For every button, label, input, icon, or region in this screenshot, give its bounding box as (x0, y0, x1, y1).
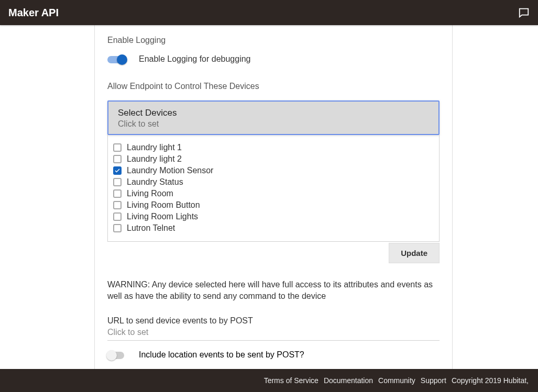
device-item[interactable]: Lutron Telnet (113, 222, 434, 234)
topbar: Maker API (0, 0, 538, 25)
footer-copyright: Copyright 2019 Hubitat, (452, 376, 529, 385)
device-item[interactable]: Laundry Status (113, 176, 434, 188)
warning-text: WARNING: Any device selected here will h… (107, 279, 440, 303)
checkbox[interactable] (113, 178, 122, 186)
checkbox[interactable] (113, 189, 122, 198)
checkbox[interactable] (113, 143, 122, 152)
device-item-label: Living Room (127, 189, 173, 198)
devices-section-header: Allow Endpoint to Control These Devices (107, 82, 440, 91)
device-item[interactable]: Living Room Button (113, 199, 434, 211)
device-item-label: Living Room Lights (127, 212, 198, 221)
footer: Terms of Service Documentation Community… (0, 369, 538, 392)
checkbox[interactable] (113, 155, 122, 163)
device-list: Laundry light 1Laundry light 2Laundry Mo… (107, 135, 440, 242)
update-button[interactable]: Update (389, 243, 440, 263)
device-item[interactable]: Laundry Motion Sensor (113, 165, 434, 176)
checkbox[interactable] (113, 224, 122, 232)
device-item-label: Lutron Telnet (127, 223, 175, 233)
device-item[interactable]: Laundry light 1 (113, 142, 434, 153)
footer-link-terms[interactable]: Terms of Service (264, 376, 319, 385)
enable-logging-toggle[interactable] (107, 54, 126, 64)
checkbox[interactable] (113, 201, 122, 209)
enable-logging-header: Enable Logging (107, 36, 440, 45)
footer-link-support[interactable]: Support (421, 376, 446, 385)
device-item-label: Laundry light 1 (127, 143, 182, 152)
device-item[interactable]: Living Room (113, 188, 434, 199)
include-location-label: Include location events to be sent by PO… (139, 350, 304, 360)
device-item-label: Laundry Motion Sensor (127, 166, 213, 175)
device-item-label: Living Room Button (127, 200, 200, 210)
url-post-input[interactable]: Click to set (107, 328, 440, 341)
device-item[interactable]: Laundry light 2 (113, 153, 434, 165)
url-post-label: URL to send device events to by POST (107, 316, 440, 326)
footer-link-community[interactable]: Community (378, 376, 415, 385)
footer-link-documentation[interactable]: Documentation (324, 376, 373, 385)
select-devices-dropdown[interactable]: Select Devices Click to set (107, 100, 440, 135)
chat-icon[interactable] (518, 7, 530, 18)
include-location-toggle[interactable] (107, 350, 126, 360)
checkbox[interactable] (113, 212, 122, 221)
device-item-label: Laundry light 2 (127, 154, 182, 164)
app-title: Maker API (8, 7, 59, 19)
enable-logging-label: Enable Logging for debugging (139, 54, 251, 64)
device-item[interactable]: Living Room Lights (113, 211, 434, 222)
select-devices-title: Select Devices (118, 108, 429, 118)
device-item-label: Laundry Status (127, 177, 183, 187)
checkbox[interactable] (113, 166, 122, 175)
select-devices-sub: Click to set (118, 119, 429, 129)
settings-panel: Enable Logging Enable Logging for debugg… (94, 25, 453, 369)
